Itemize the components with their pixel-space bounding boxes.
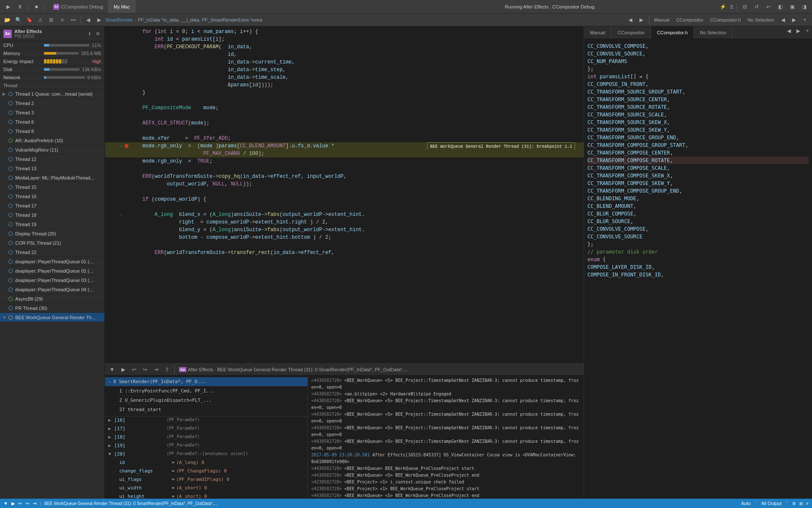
tab-mymac[interactable]: My Mac xyxy=(109,0,136,13)
thread-13[interactable]: Thread 13 xyxy=(0,164,104,173)
breakpoint-button[interactable]: ⚡ xyxy=(719,2,728,11)
status-play-button[interactable]: ▶ xyxy=(11,501,15,506)
play-button[interactable]: ▶ xyxy=(3,2,13,11)
breadcrumb-nav-forward[interactable]: ▶ xyxy=(637,15,646,25)
breadcrumb-function[interactable]: PF_InData *in_data, __t_data, PF_SmartRe… xyxy=(138,17,262,22)
status-step-into[interactable]: ↪ xyxy=(25,501,29,506)
panel-center-button[interactable]: ▣ xyxy=(787,2,797,11)
add-tab[interactable]: + xyxy=(800,15,809,25)
var-17-expand[interactable]: ▶ xyxy=(108,426,114,431)
search-button[interactable]: 🔍 xyxy=(14,15,23,25)
right-nav-back[interactable]: ◀ xyxy=(784,26,793,36)
thread-bee[interactable]: ▼ BEE WorkQueue General Render Th... xyxy=(0,313,104,322)
stack-frame-1[interactable]: 1 ::EntryPointFunc(PF_Cmd, PF_I... xyxy=(105,387,307,396)
status-list-button[interactable]: ≡ xyxy=(806,501,809,506)
thread-22[interactable]: Thread 22 xyxy=(0,248,104,257)
tab-ccompositorh-right[interactable]: CCompositor.h xyxy=(651,26,694,39)
status-step-out[interactable]: ⇥ xyxy=(33,501,36,506)
thread-ml[interactable]: MediaLayer: ML::PlayModuleThread... xyxy=(0,173,104,182)
column-layout-button[interactable]: ⊟ xyxy=(740,2,749,11)
thread-15[interactable]: Thread 15 xyxy=(0,182,104,192)
debug-play-button[interactable]: ▶ xyxy=(118,365,128,374)
tab-noselection-right[interactable]: No Selection xyxy=(694,26,732,39)
var-ui-width[interactable]: ui_width = (A_short) 0 xyxy=(105,484,307,493)
nav-ccompositor[interactable]: CCompositor xyxy=(674,17,706,22)
thread-dva4[interactable]: dvaplayer::PlayerThreadQueue 04 (… xyxy=(0,285,104,294)
thread-6[interactable]: Thread 6 xyxy=(0,117,104,127)
thread-vk[interactable]: VulcanMsgRecv (11) xyxy=(0,145,104,155)
nav-prev[interactable]: ◀ xyxy=(778,15,787,25)
thread-17[interactable]: Thread 17 xyxy=(0,201,104,210)
stop-button[interactable]: ■ xyxy=(32,2,41,11)
thread-dt[interactable]: Display Thread (20) xyxy=(0,229,104,238)
status-menu-button[interactable]: ▼ xyxy=(3,501,8,506)
thread-dva3[interactable]: dvaplayer::PlayerThreadQueue 03 (… xyxy=(0,276,104,285)
nav-ccompositorh[interactable]: CCompositor.h xyxy=(708,17,743,22)
debug-step-instr[interactable]: ⇧ xyxy=(162,365,172,374)
thread-1[interactable]: ▶ Thread 1 Queue: com…hread (serial) xyxy=(0,89,104,99)
debug-step-over[interactable]: ↩ xyxy=(129,365,139,374)
cpu-metric[interactable]: CPU 11% xyxy=(0,41,104,50)
debug-menu-button[interactable]: ▼ xyxy=(107,365,117,374)
var-change-flags[interactable]: change_flags = (PF_ChangeFlags) 0 xyxy=(105,467,307,476)
stack-frame-0[interactable]: → 0 SmartRender(PF_InData*, PF_O... xyxy=(105,377,307,387)
inspect-button[interactable]: ℹ xyxy=(86,30,93,37)
var-16-expand[interactable]: ▶ xyxy=(108,417,114,423)
breadcrumb-file[interactable]: SmartRender xyxy=(105,17,133,22)
thread-12[interactable]: Thread 12 xyxy=(0,155,104,164)
warning-button[interactable]: ⚠ xyxy=(36,15,45,25)
list-button[interactable]: ≡ xyxy=(58,15,67,25)
tab-ccompositor[interactable]: Ae CCompositor Debug xyxy=(48,0,109,13)
breadcrumb-nav-back[interactable]: ◀ xyxy=(626,15,635,25)
nav-next[interactable]: ▶ xyxy=(789,15,798,25)
folder-open-button[interactable]: 📂 xyxy=(3,15,12,25)
thread-18[interactable]: Thread 18 xyxy=(0,210,104,220)
var-20-expand[interactable]: ▼ xyxy=(108,451,114,457)
var-20[interactable]: ▼ [20] (PF_ParamDef::{anonymous union}) xyxy=(105,450,307,459)
thread-dva1[interactable]: dvaplayer::PlayerThreadQueue 01 (… xyxy=(0,257,104,266)
refresh-button[interactable]: ↺ xyxy=(752,2,761,11)
var-18[interactable]: ▶ [18] (PF_ParamDef) xyxy=(105,433,307,442)
panel-left-button[interactable]: ◧ xyxy=(776,2,785,11)
disk-metric[interactable]: Disk 136 KB/s xyxy=(0,66,104,74)
thread-cps[interactable]: COR PSL Thread (21) xyxy=(0,238,104,248)
debug-step-into[interactable]: ↪ xyxy=(140,365,150,374)
bookmark-button[interactable]: 🔖 xyxy=(25,15,34,25)
thread-ar[interactable]: AR::AudioPrefetch (10) xyxy=(0,136,104,145)
pause-button[interactable]: ⏸ xyxy=(15,2,25,11)
thread-16[interactable]: Thread 16 xyxy=(0,192,104,201)
memory-metric[interactable]: Memory 265.8 MB xyxy=(0,50,104,58)
thread-dva2[interactable]: dvaplayer::PlayerThreadQueue 02 (… xyxy=(0,266,104,276)
debug-step-out[interactable]: ⇥ xyxy=(151,365,161,374)
thread-3[interactable]: Thread 3 xyxy=(0,108,104,117)
network-metric[interactable]: Network 9 KB/s xyxy=(0,74,104,82)
tab-manual[interactable]: Manual xyxy=(584,26,612,39)
var-19-expand[interactable]: ▶ xyxy=(108,443,114,448)
hierarchy-button[interactable]: ⊶ xyxy=(69,15,78,25)
var-ui-flags[interactable]: ui_flags = (PF_ParamUIFlags) 0 xyxy=(105,476,307,484)
breakpoint-dot[interactable] xyxy=(124,144,129,148)
panel-right-button[interactable]: ◨ xyxy=(799,2,809,11)
thread-ab[interactable]: AsyncBlt (29) xyxy=(0,294,104,304)
right-code-editor[interactable]: CC_CONVOLVE_COMPOSE, CC_CONVOLVE_SOURCE,… xyxy=(584,39,812,499)
stack-frame-2[interactable]: 2 U_GenericPluginDispatch<FLT_... xyxy=(105,396,307,405)
var-id[interactable]: id = (A_long) 0 xyxy=(105,459,307,467)
tab-ccompositor-right[interactable]: CCompositor xyxy=(612,26,651,39)
nav-back-button[interactable]: ◀ xyxy=(83,15,93,25)
back-button[interactable]: ↩ xyxy=(764,2,773,11)
code-editor[interactable]: for (int i = 0; i < num_params; i++) { i… xyxy=(105,26,584,363)
thread-8[interactable]: Thread 8 xyxy=(0,127,104,136)
status-settings-button[interactable]: ⚙ xyxy=(792,501,796,506)
right-nav-forward[interactable]: ▶ xyxy=(793,26,803,36)
thread-2[interactable]: Thread 2 xyxy=(0,99,104,108)
thread-19[interactable]: Thread 19 xyxy=(0,220,104,229)
var-ui-height[interactable]: ui_height = (A_short) 0 xyxy=(105,493,307,499)
stack-frame-27[interactable]: 27 thread_start xyxy=(105,405,307,414)
nav-manual[interactable]: Manual xyxy=(652,17,672,22)
nav-forward-button[interactable]: ▶ xyxy=(94,15,104,25)
status-grid-button[interactable]: ⊞ xyxy=(799,501,803,506)
log-panel[interactable]: <4430582720> <BEE_WorkQueue> <5> BEE_Pro… xyxy=(308,375,584,499)
var-16[interactable]: ▶ [16] (PF_ParamDef) xyxy=(105,417,307,425)
status-step-button[interactable]: ↩ xyxy=(18,501,22,506)
energy-metric[interactable]: Energy Impact High xyxy=(0,58,104,66)
